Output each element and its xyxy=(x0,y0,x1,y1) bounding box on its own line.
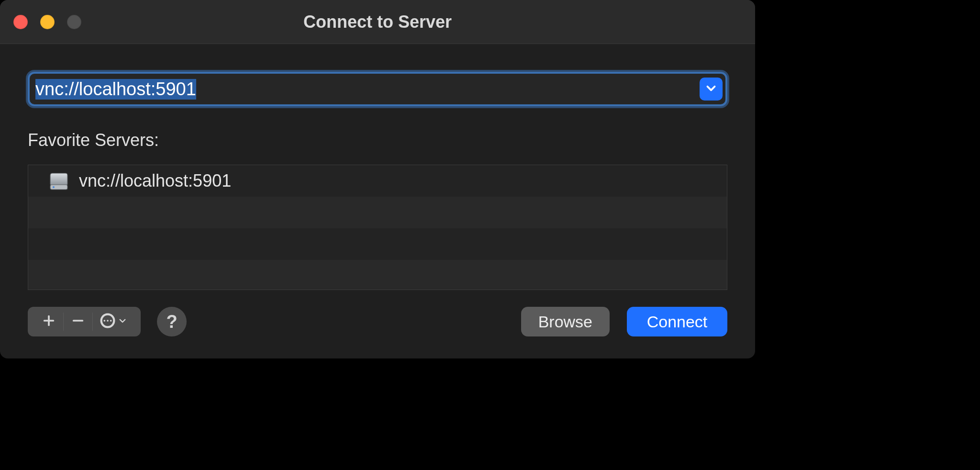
close-window-button[interactable] xyxy=(13,15,28,29)
chevron-down-icon xyxy=(705,82,717,96)
favorite-server-row-empty xyxy=(28,197,727,228)
connect-button[interactable]: Connect xyxy=(627,307,727,336)
footer-actions: ? Browse Connect xyxy=(28,306,727,337)
svg-point-2 xyxy=(53,186,55,188)
favorite-server-row-empty xyxy=(28,260,727,290)
connect-to-server-window: Connect to Server Favorite Servers: xyxy=(0,0,755,358)
svg-point-7 xyxy=(103,320,105,322)
favorite-servers-list[interactable]: vnc://localhost:5901 xyxy=(28,165,727,290)
favorites-edit-group xyxy=(28,307,141,336)
ellipsis-circle-icon xyxy=(100,313,115,330)
add-favorite-button[interactable] xyxy=(34,307,63,336)
favorite-server-row[interactable]: vnc://localhost:5901 xyxy=(28,165,727,197)
favorite-server-row-empty xyxy=(28,228,727,260)
minus-icon xyxy=(71,314,85,329)
remove-favorite-button[interactable] xyxy=(64,307,92,336)
more-actions-button[interactable] xyxy=(93,307,134,336)
minimize-window-button[interactable] xyxy=(40,15,55,29)
svg-point-9 xyxy=(110,320,112,322)
server-address-combo[interactable] xyxy=(28,72,727,106)
server-address-history-button[interactable] xyxy=(700,78,723,101)
favorite-servers-label: Favorite Servers: xyxy=(28,130,727,150)
window-controls xyxy=(0,15,81,29)
plus-icon xyxy=(42,314,56,329)
browse-button[interactable]: Browse xyxy=(521,307,610,336)
server-drive-icon xyxy=(48,170,69,191)
favorite-server-address: vnc://localhost:5901 xyxy=(79,171,231,191)
titlebar: Connect to Server xyxy=(0,0,755,44)
chevron-down-icon xyxy=(118,316,127,327)
svg-rect-0 xyxy=(50,173,67,186)
help-button[interactable]: ? xyxy=(157,307,187,336)
server-address-input[interactable] xyxy=(35,74,696,104)
svg-point-8 xyxy=(107,320,109,322)
window-title: Connect to Server xyxy=(0,12,755,32)
zoom-window-button[interactable] xyxy=(67,15,81,29)
